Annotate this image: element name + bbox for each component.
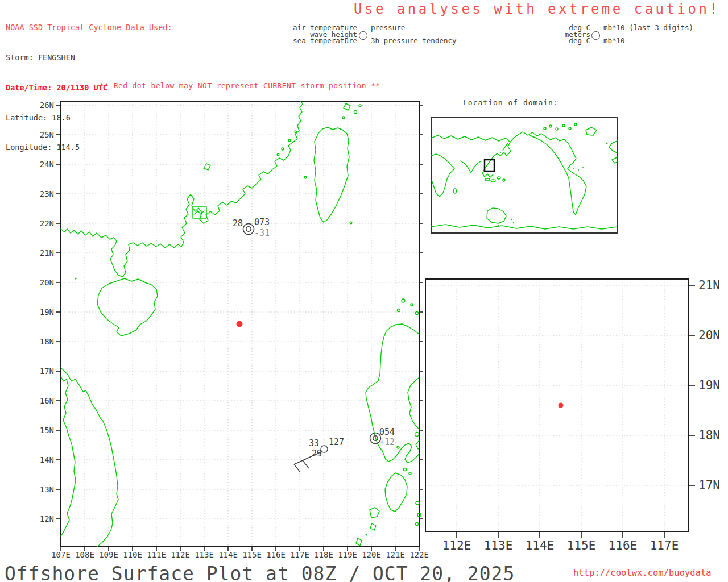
station-observation: 28 073 -31 xyxy=(233,217,270,238)
station-pressure: 054 xyxy=(379,427,395,437)
y-axis-label: 14N xyxy=(40,455,54,464)
y-axis-label: 19N xyxy=(698,379,720,392)
x-axis-label: 116E xyxy=(266,550,286,559)
y-axis-label: 18N xyxy=(698,429,720,442)
station-observation: 33 127 29 xyxy=(294,437,344,472)
station-air-temp: 33 xyxy=(309,438,319,448)
y-axis-label: 21N xyxy=(40,248,54,257)
y-axis-label: 15N xyxy=(40,426,54,435)
x-axis-label: 119E xyxy=(338,550,357,559)
x-axis-label: 120E xyxy=(362,550,381,559)
plot-title: Offshore Surface Plot at 08Z / OCT 20, 2… xyxy=(5,563,515,582)
source-url: http://coolwx.com/buoydata xyxy=(573,568,712,578)
y-axis-label: 13N xyxy=(40,485,54,494)
plot-canvas: 107E108E109E110E111E112E113E114E115E116E… xyxy=(0,0,728,582)
sub-map-border xyxy=(425,279,688,531)
luzon-east-coastline xyxy=(408,377,419,429)
x-axis-label: 108E xyxy=(75,550,94,559)
small-islands xyxy=(75,103,421,546)
y-axis-label: 17N xyxy=(40,367,54,376)
y-axis-label: 24N xyxy=(40,160,54,169)
world-coastlines xyxy=(431,123,617,229)
x-axis-label: 117E xyxy=(650,539,679,552)
station-tendency: -31 xyxy=(254,228,270,238)
zoom-sub-map: 112E113E114E115E116E117E21N20N19N18N17N xyxy=(425,278,720,552)
x-axis-label: 111E xyxy=(147,550,166,559)
hainan-coastline xyxy=(97,278,158,336)
y-axis-label: 17N xyxy=(698,479,720,492)
vietnam-inner-line xyxy=(61,377,76,536)
y-axis-label: 21N xyxy=(698,278,720,292)
x-axis-label: 113E xyxy=(195,550,214,559)
x-axis-label: 114E xyxy=(218,550,238,559)
y-axis-label: 16N xyxy=(40,396,54,405)
x-axis-label: 109E xyxy=(99,550,118,559)
y-axis-label: 26N xyxy=(40,101,54,110)
x-axis-label: 117E xyxy=(290,550,309,559)
storm-position-dot xyxy=(559,403,564,408)
x-axis-label: 121E xyxy=(386,550,405,559)
y-axis-label: 20N xyxy=(40,278,54,287)
mindoro-coastline xyxy=(385,473,407,512)
x-axis-label: 115E xyxy=(242,550,262,559)
x-axis-label: 107E xyxy=(51,550,71,559)
domain-location-inset: Location of domain: xyxy=(431,98,617,233)
y-axis-label: 25N xyxy=(40,130,54,139)
y-axis-label: 12N xyxy=(40,514,54,523)
y-axis-label: 22N xyxy=(40,219,54,228)
x-axis-label: 114E xyxy=(526,539,555,552)
x-axis-label: 113E xyxy=(484,539,513,552)
main-map-axes: 107E108E109E110E111E112E113E114E115E116E… xyxy=(40,101,429,559)
china-coastline xyxy=(61,101,303,277)
storm-position-dot xyxy=(237,321,243,327)
main-map: 107E108E109E110E111E112E113E114E115E116E… xyxy=(40,101,429,559)
station-pressure: 073 xyxy=(254,217,270,227)
station-tendency: +12 xyxy=(379,437,395,447)
y-axis-label: 18N xyxy=(40,337,54,346)
x-axis-label: 118E xyxy=(314,550,333,559)
y-axis-label: 23N xyxy=(40,189,54,198)
x-axis-label: 122E xyxy=(410,550,429,559)
station-pressure: 127 xyxy=(329,437,344,447)
x-axis-label: 116E xyxy=(609,539,638,552)
station-air-temp: 28 xyxy=(233,218,243,228)
inset-title: Location of domain: xyxy=(463,98,559,107)
x-axis-label: 112E xyxy=(171,550,190,559)
taiwan-coastline xyxy=(314,127,349,222)
station-sea-temp: 29 xyxy=(312,448,322,459)
x-axis-label: 110E xyxy=(123,550,142,559)
x-axis-label: 112E xyxy=(442,539,471,552)
hong-kong-islands xyxy=(195,211,204,214)
station-symbol-inner xyxy=(246,227,251,231)
station-symbol-outer xyxy=(243,224,254,235)
x-axis-label: 115E xyxy=(567,539,596,552)
y-axis-label: 20N xyxy=(698,329,720,342)
y-axis-label: 19N xyxy=(40,307,54,317)
sub-map-grid xyxy=(425,279,688,531)
